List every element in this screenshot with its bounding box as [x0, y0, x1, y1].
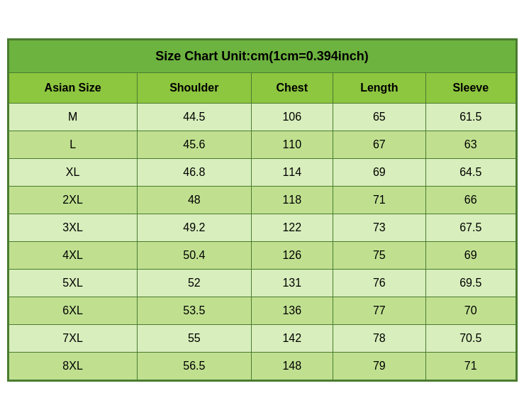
size-value: 78: [333, 325, 425, 353]
table-row: 7XL551427870.5: [9, 325, 515, 353]
size-label: XL: [9, 159, 137, 187]
size-value: 106: [251, 104, 333, 131]
table-title: Size Chart Unit:cm(1cm=0.394inch): [9, 40, 515, 73]
size-value: 76: [333, 270, 425, 297]
size-value: 110: [251, 131, 333, 159]
size-value: 66: [426, 187, 516, 214]
table-row: XL46.81146964.5: [9, 159, 515, 187]
size-value: 52: [137, 270, 251, 297]
size-value: 75: [333, 242, 425, 270]
column-header: Shoulder: [137, 73, 251, 104]
size-label: 7XL: [9, 325, 137, 353]
table-row: 4XL50.41267569: [9, 242, 515, 270]
size-value: 70: [426, 297, 516, 325]
size-value: 148: [251, 353, 333, 380]
size-value: 142: [251, 325, 333, 353]
size-value: 69: [426, 242, 516, 270]
size-value: 114: [251, 159, 333, 187]
table-row: L45.61106763: [9, 131, 515, 159]
size-value: 79: [333, 353, 425, 380]
column-header: Sleeve: [426, 73, 516, 104]
size-value: 49.2: [137, 214, 251, 242]
size-value: 48: [137, 187, 251, 214]
size-label: M: [9, 104, 137, 131]
size-label: 3XL: [9, 214, 137, 242]
size-value: 63: [426, 131, 516, 159]
size-value: 50.4: [137, 242, 251, 270]
size-value: 118: [251, 187, 333, 214]
size-value: 131: [251, 270, 333, 297]
size-value: 56.5: [137, 353, 251, 380]
column-header: Asian Size: [9, 73, 137, 104]
size-value: 44.5: [137, 104, 251, 131]
size-value: 70.5: [426, 325, 516, 353]
size-label: 5XL: [9, 270, 137, 297]
size-value: 69: [333, 159, 425, 187]
size-value: 71: [333, 187, 425, 214]
title-row: Size Chart Unit:cm(1cm=0.394inch): [9, 40, 515, 73]
table-row: M44.51066561.5: [9, 104, 515, 131]
size-value: 67: [333, 131, 425, 159]
table-row: 8XL56.51487971: [9, 353, 515, 380]
size-value: 69.5: [426, 270, 516, 297]
size-label: 8XL: [9, 353, 137, 380]
size-value: 136: [251, 297, 333, 325]
size-value: 77: [333, 297, 425, 325]
table-body: M44.51066561.5L45.61106763XL46.81146964.…: [9, 104, 515, 380]
size-chart-container: Size Chart Unit:cm(1cm=0.394inch) Asian …: [7, 38, 518, 382]
size-value: 65: [333, 104, 425, 131]
size-label: 4XL: [9, 242, 137, 270]
size-chart-table: Size Chart Unit:cm(1cm=0.394inch) Asian …: [9, 40, 516, 380]
size-label: 2XL: [9, 187, 137, 214]
column-header: Length: [333, 73, 425, 104]
table-row: 6XL53.51367770: [9, 297, 515, 325]
size-value: 71: [426, 353, 516, 380]
size-value: 126: [251, 242, 333, 270]
table-row: 5XL521317669.5: [9, 270, 515, 297]
size-value: 46.8: [137, 159, 251, 187]
table-row: 2XL481187166: [9, 187, 515, 214]
table-row: 3XL49.21227367.5: [9, 214, 515, 242]
size-value: 67.5: [426, 214, 516, 242]
size-value: 73: [333, 214, 425, 242]
size-label: 6XL: [9, 297, 137, 325]
size-value: 45.6: [137, 131, 251, 159]
size-value: 55: [137, 325, 251, 353]
size-value: 53.5: [137, 297, 251, 325]
header-row: Asian SizeShoulderChestLengthSleeve: [9, 73, 515, 104]
size-value: 61.5: [426, 104, 516, 131]
size-label: L: [9, 131, 137, 159]
size-value: 64.5: [426, 159, 516, 187]
size-value: 122: [251, 214, 333, 242]
column-header: Chest: [251, 73, 333, 104]
